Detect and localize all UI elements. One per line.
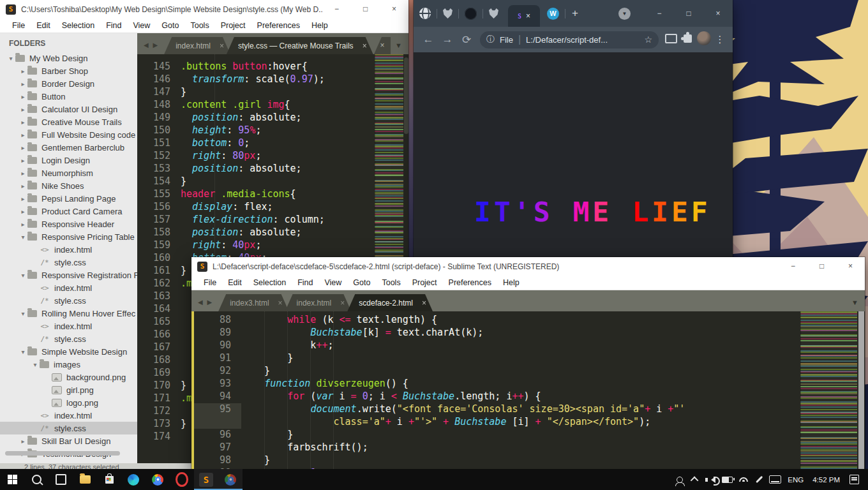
menu-item[interactable]: Tools	[376, 278, 406, 287]
code-line[interactable]: 148 .content .girl img{	[137, 99, 408, 112]
sidebar-tree-item[interactable]: <> index.html	[0, 243, 137, 256]
disclosure-icon[interactable]: ▾	[6, 55, 15, 62]
disclosure-icon[interactable]: ▸	[19, 195, 27, 202]
disclosure-icon[interactable]: ▸	[19, 80, 27, 87]
reload-icon[interactable]: ⟳	[457, 33, 476, 47]
sidebar-tree-item[interactable]: ▾ Responsive Pricing Table	[0, 230, 137, 243]
sidebar-tree-item[interactable]: ▸ Full Website Desing code	[0, 128, 137, 141]
sidebar-tree-item[interactable]: /* style.css	[0, 422, 137, 434]
taskbar-opera-icon[interactable]	[170, 469, 194, 490]
back-icon[interactable]: ←	[419, 33, 438, 46]
sidebar-tree-item[interactable]: ▸ Barber Shop	[0, 64, 137, 77]
address-bar[interactable]: ⓘ File | L:/Defacer/script-def... ☆	[480, 31, 659, 48]
code-line[interactable]: 92 }	[194, 365, 865, 378]
code-line[interactable]: 158 position: absolute;	[137, 226, 408, 239]
code-line[interactable]: class='a"+ i +"'>" + Buchstabe [i] + "</…	[194, 416, 865, 429]
menu-item[interactable]: Goto	[347, 278, 376, 287]
minimize-button[interactable]: −	[322, 0, 351, 19]
tab-close-icon[interactable]: ×	[340, 299, 345, 308]
menu-item[interactable]: Goto	[156, 21, 184, 30]
tab-close-icon[interactable]: ×	[363, 41, 367, 50]
tab-list-dropdown-icon[interactable]: ▼	[395, 41, 402, 49]
window2-code-editor[interactable]: 88 while (k <= text.length) { 89 Buchsta…	[194, 311, 865, 469]
disclosure-icon[interactable]: ▸	[19, 93, 27, 100]
code-line[interactable]: 145 .buttons button:hover{	[137, 61, 408, 73]
cast-icon[interactable]	[662, 34, 679, 46]
code-line[interactable]: 97 farbschrift();	[194, 442, 865, 454]
code-line[interactable]: 91 }	[194, 352, 865, 365]
disclosure-icon[interactable]: ▸	[19, 208, 27, 215]
mascot-icon[interactable]	[443, 8, 453, 19]
tab-search-icon[interactable]: ▼	[618, 8, 631, 20]
disclosure-icon[interactable]: ▸	[19, 131, 27, 138]
sidebar-tree-item[interactable]: logo.png	[0, 396, 137, 409]
sidebar-horizontal-scrollbar[interactable]	[5, 451, 120, 456]
menu-item[interactable]: Tools	[184, 21, 214, 30]
menu-item[interactable]: Project	[407, 278, 443, 287]
sidebar-tree-item[interactable]: /* style.css	[0, 256, 137, 269]
window2-minimap[interactable]	[800, 311, 857, 469]
menu-item[interactable]: Find	[292, 278, 318, 287]
sidebar-tree-item[interactable]: ▸ Neumorphism	[0, 167, 137, 179]
code-line[interactable]: 146 transform: scale(0.97);	[137, 73, 408, 86]
code-line[interactable]: 88 while (k <= text.length) {	[194, 314, 865, 327]
disclosure-icon[interactable]: ▾	[19, 310, 27, 317]
editor-tab[interactable]: index3.html ×	[218, 294, 288, 311]
code-line[interactable]: 157 flex-direction: column;	[137, 214, 408, 226]
sidebar-tree-item[interactable]: <> index.html	[0, 281, 137, 294]
code-line[interactable]: 149 position: absolute;	[137, 112, 408, 124]
menu-item[interactable]: View	[127, 21, 156, 30]
tab-list-dropdown-icon[interactable]: ▼	[851, 299, 858, 306]
disclosure-icon[interactable]: ▾	[19, 348, 27, 355]
taskbar-sublime-text-icon[interactable]: S	[194, 469, 218, 490]
wordpress-icon[interactable]: W	[547, 8, 559, 20]
chrome-maximize-button[interactable]: □	[674, 0, 703, 27]
close-button[interactable]: ×	[836, 257, 865, 276]
disclosure-icon[interactable]: ▸	[19, 144, 27, 151]
code-line[interactable]: 155 header .media-icons{	[137, 188, 408, 201]
taskbar-search-icon[interactable]	[24, 469, 49, 490]
sidebar-tree-item[interactable]: ▸ Responsive Header	[0, 218, 137, 230]
url-text[interactable]: L:/Defacer/script-def...	[526, 35, 644, 45]
tab-scroll-arrows[interactable]: ◀ ▶	[137, 41, 164, 54]
menu-item[interactable]: Edit	[222, 278, 248, 287]
editor-tab[interactable]: index.html ×	[164, 37, 230, 54]
tray-wifi-icon[interactable]	[735, 469, 751, 490]
sidebar-tree-item[interactable]: ▸ Button	[0, 90, 137, 103]
code-line[interactable]: 153 position: absolute;	[137, 163, 408, 175]
chrome-active-tab[interactable]: S ×	[508, 5, 540, 27]
sidebar-tree-item[interactable]: ▸ Border Design	[0, 77, 137, 90]
maximize-button[interactable]: □	[351, 0, 380, 19]
bookmark-star-icon[interactable]: ☆	[644, 34, 652, 45]
code-line[interactable]: 147 }	[137, 86, 408, 99]
disclosure-icon[interactable]: ▸	[19, 119, 27, 126]
sidebar-tree-item[interactable]: ▸ Login Design	[0, 154, 137, 167]
disclosure-icon[interactable]: ▸	[19, 170, 27, 177]
language-indicator[interactable]: ENG	[783, 476, 808, 484]
tray-touch-keyboard-icon[interactable]	[767, 469, 783, 490]
sidebar-tree-item[interactable]: ▸ Creative Mouse Trails	[0, 115, 137, 128]
editor-tab[interactable]: scdeface-2.html ×	[347, 294, 433, 311]
action-center-icon[interactable]	[849, 475, 859, 484]
menu-item[interactable]: Preferences	[251, 21, 306, 30]
menu-item[interactable]: File	[6, 21, 31, 30]
disclosure-icon[interactable]: ▸	[19, 221, 27, 228]
tray-people-icon[interactable]	[671, 469, 687, 490]
menu-item[interactable]: View	[318, 278, 347, 287]
profile-avatar[interactable]	[696, 31, 712, 48]
close-button[interactable]: ×	[380, 0, 408, 19]
code-line[interactable]: 94 for (var i = 0; i < Buchstabe.length;…	[194, 390, 865, 403]
sidebar-tree-item[interactable]: ▸ Product Card Camera	[0, 205, 137, 218]
disclosure-icon[interactable]: ▸	[19, 157, 27, 164]
disclosure-icon[interactable]: ▾	[19, 272, 27, 279]
forward-icon[interactable]: →	[438, 33, 457, 46]
taskbar-start-icon[interactable]	[0, 469, 24, 490]
taskbar-edge-icon[interactable]	[121, 469, 146, 490]
maximize-button[interactable]: □	[807, 257, 836, 276]
disclosure-icon[interactable]: ▸	[19, 106, 27, 113]
sidebar-tree-item[interactable]: ▸ Nike Shoes	[0, 179, 137, 192]
mascot-icon[interactable]	[489, 8, 498, 19]
chrome-menu-icon[interactable]: ⋮	[712, 34, 728, 45]
minimize-button[interactable]: −	[779, 257, 807, 276]
disclosure-icon[interactable]: ▸	[19, 182, 27, 189]
